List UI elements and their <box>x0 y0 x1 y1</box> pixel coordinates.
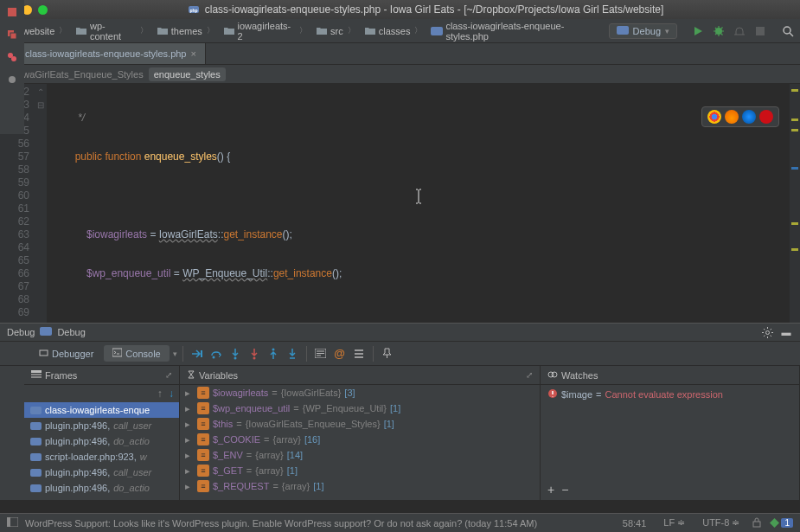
collapse-icon[interactable]: ⤢ <box>165 370 172 380</box>
remove-watch-button[interactable]: − <box>561 483 568 497</box>
watches-list[interactable]: $image = Cannot evaluate expression <box>541 385 799 479</box>
run-config-selector[interactable]: Debug ▾ <box>609 23 677 39</box>
stop-button[interactable] <box>3 3 21 21</box>
frame-item[interactable]: plugin.php:496, do_actio <box>24 433 179 449</box>
warning-marker[interactable] <box>791 89 798 92</box>
watch-item[interactable]: $image = Cannot evaluate expression <box>541 385 799 404</box>
step-into-button[interactable] <box>227 345 244 362</box>
frame-item[interactable]: plugin.php:496, call_user <box>24 418 179 433</box>
breadcrumb-wp-content[interactable]: wp-content〉 <box>73 19 151 43</box>
search-icon[interactable] <box>781 24 795 38</box>
status-bar: WordPress Support: Looks like it's WordP… <box>0 513 800 532</box>
mute-breakpoints-button[interactable] <box>3 71 21 88</box>
expand-icon[interactable]: ▸ <box>185 419 194 430</box>
debugger-icon <box>39 348 48 359</box>
pin-tab-button[interactable] <box>379 345 396 362</box>
frame-item[interactable]: class-iowagirleats-enque <box>24 402 179 418</box>
step-out-button[interactable] <box>265 345 282 362</box>
add-watch-button[interactable]: + <box>547 483 554 497</box>
variables-list[interactable]: ▸≡ $iowagirleats = {IowaGirlEats} [3] ▸≡… <box>180 385 540 500</box>
variable-item[interactable]: ▸≡ $_GET = {array} [1] <box>180 463 540 478</box>
breadcrumb-class[interactable]: \IowaGirlEats_Enqueue_Styles <box>7 67 149 81</box>
debugger-listener-icon[interactable] <box>733 24 746 38</box>
status-message[interactable]: WordPress Support: Looks like it's WordP… <box>25 518 537 529</box>
firefox-icon[interactable] <box>725 110 739 124</box>
frame-item[interactable]: script-loader.php:923, w <box>24 449 179 465</box>
show-execution-point-button[interactable] <box>189 345 206 362</box>
tab-debugger[interactable]: Debugger <box>30 345 102 362</box>
breadcrumb-iowagirleats-2[interactable]: iowagirleats-2〉 <box>221 19 311 43</box>
svg-point-23 <box>272 348 274 350</box>
tab-console[interactable]: Console <box>104 345 169 362</box>
frame-item[interactable]: plugin.php:496, call_user <box>24 465 179 480</box>
view-breakpoints-button[interactable] <box>3 48 21 66</box>
breadcrumb-themes[interactable]: themes〉 <box>154 23 219 39</box>
expand-icon[interactable]: ▸ <box>185 450 194 461</box>
code-area[interactable]: */ public function enqueue_styles() { $i… <box>47 84 790 323</box>
close-sessions-button[interactable] <box>3 26 21 43</box>
run-to-cursor-button[interactable] <box>284 345 301 362</box>
folder-icon <box>316 25 328 37</box>
run-button[interactable] <box>691 24 705 38</box>
lock-icon[interactable] <box>752 517 761 529</box>
close-tab-icon[interactable]: × <box>190 48 195 59</box>
variables-icon <box>187 370 195 381</box>
chrome-icon[interactable] <box>707 110 721 124</box>
warning-marker[interactable] <box>791 119 798 121</box>
expand-icon[interactable]: ▸ <box>185 481 194 492</box>
marker-bar[interactable] <box>790 84 800 323</box>
at-icon[interactable]: @ <box>331 345 349 362</box>
minimize-panel-icon[interactable]: ▬ <box>779 325 793 339</box>
breadcrumb-src[interactable]: src〉 <box>313 23 360 39</box>
next-frame-button[interactable]: ↓ <box>169 388 174 400</box>
evaluate-expression-button[interactable] <box>312 345 330 362</box>
variable-item[interactable]: ▸≡ $_ENV = {array} [14] <box>180 447 540 463</box>
expand-icon[interactable]: ▸ <box>185 434 194 445</box>
step-over-button[interactable] <box>208 345 225 362</box>
git-indicator[interactable]: 1 <box>770 518 793 528</box>
stop-button[interactable] <box>753 24 767 38</box>
variable-item[interactable]: ▸≡ $wp_enqueue_util = {WP_Enqueue_Util} … <box>180 401 540 416</box>
variable-item[interactable]: ▸≡ $_COOKIE = {array} [16] <box>180 432 540 447</box>
opera-icon[interactable] <box>759 110 773 124</box>
breadcrumb-method[interactable]: enqueue_styles <box>149 67 226 81</box>
tab-file[interactable]: class-iowagirleats-enqueue-styles.php × <box>0 43 206 64</box>
svg-rect-38 <box>7 517 10 527</box>
fold-gutter[interactable]: ⌃⊟ <box>35 84 47 323</box>
frames-list[interactable]: class-iowagirleats-enque plugin.php:496,… <box>24 402 179 500</box>
cursor-position[interactable]: 58:41 <box>618 517 651 529</box>
safari-icon[interactable] <box>742 110 756 124</box>
breakpoint-line[interactable]: 58 <box>0 163 29 176</box>
code-editor[interactable]: 52 53 54 55 56 57 58 59 60 61 62 63 64 6… <box>0 84 800 323</box>
warning-marker[interactable] <box>791 248 798 251</box>
prev-frame-button[interactable]: ↑ <box>157 388 163 400</box>
info-marker[interactable] <box>791 167 798 170</box>
settings-list-icon[interactable] <box>350 345 368 362</box>
collapse-icon[interactable]: ⤢ <box>526 370 533 380</box>
variable-item[interactable]: ▸≡ $iowagirleats = {IowaGirlEats} [3] <box>180 385 540 401</box>
svg-rect-3 <box>431 27 443 35</box>
warning-marker[interactable] <box>791 222 798 225</box>
variables-header: Variables ⤢ <box>180 366 540 385</box>
svg-rect-19 <box>201 350 202 357</box>
variable-type-icon: ≡ <box>197 465 209 477</box>
expand-icon[interactable]: ▸ <box>185 388 194 399</box>
folder-icon <box>157 25 169 37</box>
gear-icon[interactable] <box>760 325 774 339</box>
svg-text:php: php <box>189 8 197 13</box>
frame-item[interactable]: plugin.php:496, do_actio <box>24 480 179 496</box>
expand-icon[interactable]: ▸ <box>185 403 194 414</box>
line-ending-selector[interactable]: LF ≑ <box>659 516 689 529</box>
encoding-selector[interactable]: UTF-8 ≑ <box>698 516 744 529</box>
breadcrumb-file[interactable]: class-iowagirleats-enqueue-styles.php <box>428 19 606 43</box>
chevron-down-icon[interactable]: ▾ <box>173 349 177 358</box>
debug-button[interactable] <box>712 24 726 38</box>
expand-icon[interactable]: ▸ <box>185 465 194 477</box>
warning-marker[interactable] <box>791 129 798 131</box>
zoom-window-icon[interactable] <box>38 5 48 15</box>
breadcrumb-classes[interactable]: classes〉 <box>362 23 427 39</box>
force-step-into-button[interactable] <box>246 345 263 362</box>
variable-item[interactable]: ▸≡ $_REQUEST = {array} [1] <box>180 478 540 494</box>
variable-item[interactable]: ▸≡ $this = {IowaGirlEats_Enqueue_Styles}… <box>180 416 540 432</box>
tool-window-icon[interactable] <box>7 517 18 529</box>
